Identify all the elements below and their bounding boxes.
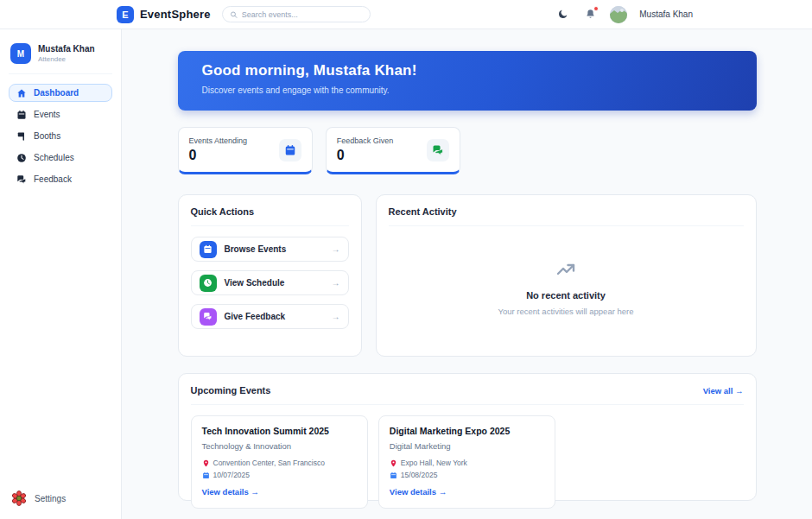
event-category: Digital Marketing — [390, 441, 544, 451]
empty-state-subtitle: Your recent activities will appear here — [498, 307, 633, 316]
moon-icon — [557, 9, 568, 20]
event-date: 10/07/2025 — [213, 471, 251, 479]
search-input[interactable] — [242, 10, 363, 19]
dark-mode-toggle[interactable] — [555, 7, 570, 22]
settings-flower-icon — [10, 490, 28, 507]
event-location: Expo Hall, New York — [401, 459, 467, 467]
home-icon — [16, 88, 27, 98]
booth-icon — [16, 131, 27, 142]
quick-actions-panel: Quick Actions Browse Events → V — [178, 194, 362, 357]
event-location: Convention Center, San Francisco — [213, 459, 325, 467]
recent-activity-title: Recent Activity — [389, 206, 744, 217]
stat-label: Feedback Given — [337, 136, 394, 145]
brand[interactable]: E EventSphere — [117, 6, 211, 23]
event-title: Digital Marketing Expo 2025 — [390, 426, 544, 436]
notification-dot — [593, 6, 599, 11]
sidebar-user-name: Mustafa Khan — [38, 44, 95, 54]
divider — [191, 404, 744, 405]
sidebar-item-schedules[interactable]: Schedules — [9, 149, 112, 167]
search-box[interactable] — [222, 6, 371, 22]
event-card-digital-marketing-expo[interactable]: Digital Marketing Expo 2025 Digital Mark… — [378, 415, 555, 509]
stat-card-feedback-given: Feedback Given 0 — [326, 127, 460, 174]
empty-state-title: No recent activity — [526, 290, 606, 301]
divider — [191, 225, 349, 226]
map-pin-icon — [202, 459, 210, 467]
banner-subtitle: Discover events and engage with the comm… — [202, 85, 733, 95]
sidebar-item-booths[interactable]: Booths — [9, 127, 112, 145]
upcoming-events-panel: Upcoming Events View all → Tech Innovati… — [178, 373, 757, 501]
divider — [389, 225, 744, 226]
quick-action-label: Give Feedback — [225, 312, 286, 321]
trending-up-icon — [555, 259, 576, 280]
stat-value: 0 — [337, 148, 394, 163]
welcome-banner: Good morning, Mustafa Khan! Discover eve… — [178, 51, 757, 111]
arrow-right-icon: → — [332, 278, 340, 288]
banner-title: Good morning, Mustafa Khan! — [202, 62, 733, 79]
sidebar-avatar: M — [10, 43, 31, 64]
chat-icon — [432, 144, 444, 156]
stat-label: Events Attending — [189, 136, 248, 145]
calendar-icon — [390, 472, 397, 479]
calendar-icon — [202, 472, 210, 479]
empty-grid-cell — [566, 415, 743, 509]
chat-icon — [200, 308, 217, 326]
nav-label: Feedback — [34, 174, 72, 184]
quick-action-label: Browse Events — [225, 244, 287, 254]
topbar: E EventSphere Mustafa Khan — [0, 0, 812, 29]
arrow-right-icon: → — [332, 244, 340, 254]
quick-action-view-schedule[interactable]: View Schedule → — [191, 270, 349, 295]
sidebar-item-events[interactable]: Events — [9, 105, 112, 123]
event-card-tech-innovation-summit[interactable]: Tech Innovation Summit 2025 Technology &… — [191, 415, 368, 509]
clock-icon — [200, 275, 217, 292]
calendar-icon — [200, 241, 217, 258]
view-all-link[interactable]: View all → — [703, 386, 744, 396]
nav-label: Schedules — [34, 153, 74, 162]
clock-icon — [16, 153, 27, 163]
stat-value: 0 — [189, 148, 248, 163]
quick-actions-title: Quick Actions — [191, 206, 349, 217]
user-avatar[interactable] — [610, 6, 627, 23]
nav-label: Events — [34, 110, 60, 119]
sidebar-item-dashboard[interactable]: Dashboard — [9, 84, 112, 102]
stat-card-events-attending: Events Attending 0 — [178, 127, 313, 174]
stats-row: Events Attending 0 Feedback Given 0 — [178, 127, 757, 174]
view-details-link[interactable]: View details → — [390, 487, 447, 497]
map-pin-icon — [390, 459, 397, 467]
sidebar-user-role: Attendee — [38, 55, 95, 63]
recent-activity-panel: Recent Activity No recent activity Your … — [376, 194, 757, 357]
event-title: Tech Innovation Summit 2025 — [202, 426, 357, 436]
app-title: EventSphere — [140, 8, 211, 21]
nav-label: Booths — [34, 131, 60, 141]
topbar-actions: Mustafa Khan — [555, 6, 812, 23]
empty-state: No recent activity Your recent activitie… — [389, 259, 744, 316]
stat-icon-tile — [427, 139, 449, 161]
avatar-image — [610, 6, 627, 23]
calendar-icon — [284, 144, 296, 156]
search-icon — [230, 10, 238, 19]
topbar-user-name: Mustafa Khan — [639, 9, 693, 19]
chat-icon — [16, 174, 27, 185]
sidebar-item-feedback[interactable]: Feedback — [9, 170, 112, 188]
event-date: 15/08/2025 — [401, 471, 438, 479]
view-details-link[interactable]: View details → — [202, 487, 259, 497]
sidebar: M Mustafa Khan Attendee Dashboard Events… — [0, 29, 122, 519]
calendar-icon — [16, 110, 27, 120]
main-content: Good morning, Mustafa Khan! Discover eve… — [122, 0, 812, 501]
event-category: Technology & Innovation — [202, 441, 357, 451]
quick-action-label: View Schedule — [225, 278, 285, 288]
nav-label: Dashboard — [34, 88, 79, 98]
arrow-right-icon: → — [332, 312, 340, 321]
app-logo: E — [117, 6, 134, 23]
sidebar-user-card: M Mustafa Khan Attendee — [9, 38, 112, 74]
sidebar-nav: Dashboard Events Booths Schedules Feedba… — [9, 84, 112, 188]
sidebar-item-settings[interactable]: Settings — [9, 486, 67, 510]
quick-action-give-feedback[interactable]: Give Feedback → — [191, 304, 349, 329]
stat-icon-tile — [279, 139, 301, 161]
upcoming-events-title: Upcoming Events — [191, 385, 271, 396]
quick-action-browse-events[interactable]: Browse Events → — [191, 237, 349, 262]
notifications-button[interactable] — [582, 7, 598, 22]
settings-label: Settings — [35, 494, 66, 503]
